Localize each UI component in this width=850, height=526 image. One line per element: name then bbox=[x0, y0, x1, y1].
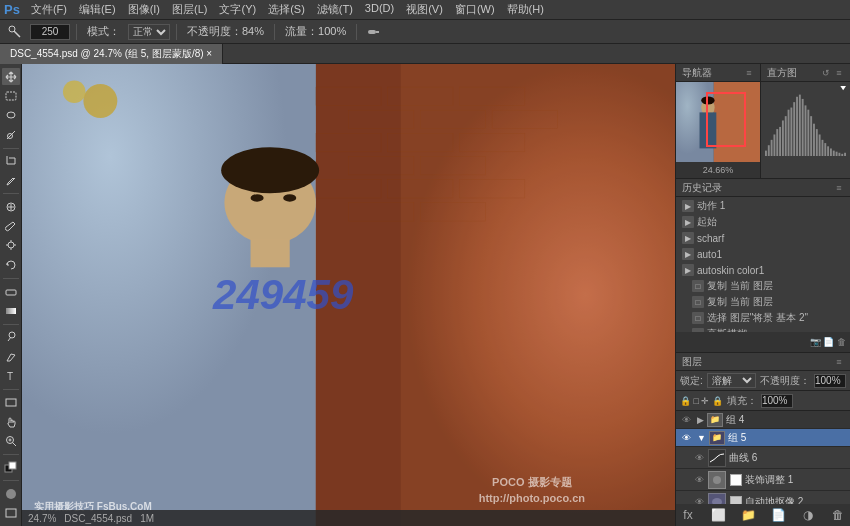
screen-mode[interactable] bbox=[2, 505, 20, 522]
text-tool[interactable]: T bbox=[2, 367, 20, 384]
tab-close[interactable]: × bbox=[206, 48, 212, 59]
group5-collapse-icon[interactable]: ▼ bbox=[697, 433, 706, 443]
svg-line-21 bbox=[8, 337, 11, 341]
layers-actions-bar: fx ⬜ 📁 📄 ◑ 🗑 bbox=[676, 504, 850, 526]
heal-tool[interactable] bbox=[2, 198, 20, 215]
eyedropper-tool[interactable] bbox=[2, 172, 20, 189]
create-group-btn[interactable]: 📁 bbox=[740, 507, 756, 523]
create-adj-btn[interactable]: ◑ bbox=[800, 507, 816, 523]
watermark-2: POCO 摄影专题 http://photo.poco.cn bbox=[479, 475, 585, 506]
shape-tool[interactable] bbox=[2, 394, 20, 411]
tool-sep-3 bbox=[3, 278, 19, 279]
create-layer-btn[interactable]: 📄 bbox=[770, 507, 786, 523]
hand-tool[interactable] bbox=[2, 413, 20, 430]
dodge-tool[interactable] bbox=[2, 329, 20, 346]
canvas-area[interactable]: 249459 实用摄影技巧 FsBus.CoM POCO 摄影专题 http:/… bbox=[22, 64, 675, 526]
move-tool[interactable] bbox=[2, 68, 20, 85]
group4-collapse-icon[interactable]: ▶ bbox=[697, 415, 704, 425]
navigator-menu-icon[interactable]: ≡ bbox=[744, 68, 754, 78]
airbrush-btn[interactable] bbox=[363, 25, 383, 39]
menu-window[interactable]: 窗口(W) bbox=[450, 2, 500, 17]
layer-vis-adj1[interactable]: 👁 bbox=[693, 474, 705, 486]
history-item-4[interactable]: ▶ autoskin color1 bbox=[676, 262, 850, 278]
menu-3d[interactable]: 3D(D) bbox=[360, 2, 399, 17]
history-header: 历史记录 ≡ bbox=[676, 179, 850, 197]
layer-label-autocut2: 自动地抠像 2 bbox=[745, 495, 846, 505]
magic-wand-tool[interactable] bbox=[2, 126, 20, 143]
svg-rect-87 bbox=[833, 151, 835, 156]
menu-layer[interactable]: 图层(L) bbox=[167, 2, 212, 17]
layer-vis-curves6[interactable]: 👁 bbox=[693, 452, 705, 464]
layer-adjustment1[interactable]: 👁 装饰调整 1 bbox=[676, 469, 850, 491]
history-item-2[interactable]: ▶ scharf bbox=[676, 230, 850, 246]
menu-select[interactable]: 选择(S) bbox=[263, 2, 310, 17]
lock-icons: 🔒 □ ✛ 🔒 bbox=[680, 396, 723, 406]
gradient-tool[interactable] bbox=[2, 302, 20, 319]
history-icon-3: ▶ bbox=[682, 248, 694, 260]
history-item-7[interactable]: □ 选择 图层"将景 基本 2" bbox=[676, 310, 850, 326]
layer-curves6[interactable]: 👁 曲线 6 bbox=[676, 447, 850, 469]
history-item-3[interactable]: ▶ auto1 bbox=[676, 246, 850, 262]
history-item-0[interactable]: ▶ 动作 1 bbox=[676, 198, 850, 214]
menu-view[interactable]: 视图(V) bbox=[401, 2, 448, 17]
layer-group-5[interactable]: 👁 ▼ 📁 组 5 bbox=[676, 429, 850, 447]
svg-rect-83 bbox=[822, 140, 824, 156]
navigator-zoom: 24.66% bbox=[676, 162, 760, 178]
eraser-tool[interactable] bbox=[2, 283, 20, 300]
fill-input[interactable] bbox=[761, 394, 793, 408]
layer-mask-adj1 bbox=[730, 474, 742, 486]
history-item-5[interactable]: □ 复制 当前 图层 bbox=[676, 278, 850, 294]
history-create-from-btn[interactable]: 📄 bbox=[823, 337, 833, 347]
menu-items: 文件(F) 编辑(E) 图像(I) 图层(L) 文字(Y) 选择(S) 滤镜(T… bbox=[26, 2, 549, 17]
pen-tool[interactable] bbox=[2, 348, 20, 365]
layer-vis-autocut2[interactable]: 👁 bbox=[693, 496, 705, 505]
history-new-snapshot-btn[interactable]: 📷 bbox=[810, 337, 820, 347]
brush-tool[interactable] bbox=[2, 218, 20, 235]
history-brush-tool[interactable] bbox=[2, 256, 20, 273]
menu-image[interactable]: 图像(I) bbox=[123, 2, 165, 17]
svg-rect-69 bbox=[782, 120, 784, 156]
blend-mode-select[interactable]: 正常 bbox=[128, 24, 170, 40]
layers-menu-icon[interactable]: ≡ bbox=[834, 357, 844, 367]
navigator-title: 导航器 bbox=[682, 66, 712, 80]
brush-tool-btn[interactable] bbox=[4, 24, 26, 40]
layer-group-4[interactable]: 👁 ▶ 📁 组 4 bbox=[676, 411, 850, 429]
opacity-input[interactable] bbox=[814, 374, 846, 388]
svg-rect-29 bbox=[9, 462, 16, 469]
document-tab[interactable]: DSC_4554.psd @ 24.7% (组 5, 图层蒙版/8) × bbox=[0, 44, 223, 64]
menu-filter[interactable]: 滤镜(T) bbox=[312, 2, 358, 17]
svg-rect-71 bbox=[788, 110, 790, 156]
histogram-refresh-icon[interactable]: ↺ bbox=[821, 68, 831, 78]
history-item-6[interactable]: □ 复制 当前 图层 bbox=[676, 294, 850, 310]
layer-vis-group5[interactable]: 👁 bbox=[680, 432, 692, 444]
histogram-menu-icon[interactable]: ≡ bbox=[834, 68, 844, 78]
menu-help[interactable]: 帮助(H) bbox=[502, 2, 549, 17]
lasso-tool[interactable] bbox=[2, 107, 20, 124]
history-item-1[interactable]: ▶ 起始 bbox=[676, 214, 850, 230]
crop-tool[interactable] bbox=[2, 153, 20, 170]
layer-autocut2[interactable]: 👁 自动地抠像 2 bbox=[676, 491, 850, 504]
add-fx-btn[interactable]: fx bbox=[680, 507, 696, 523]
navigator-preview[interactable] bbox=[676, 82, 760, 162]
zoom-tool[interactable] bbox=[2, 432, 20, 449]
delete-layer-btn[interactable]: 🗑 bbox=[830, 507, 846, 523]
history-menu-icon[interactable]: ≡ bbox=[834, 183, 844, 193]
layer-group4-label: 组 4 bbox=[726, 413, 846, 427]
history-delete-btn[interactable]: 🗑 bbox=[836, 337, 846, 347]
clone-stamp-tool[interactable] bbox=[2, 237, 20, 254]
left-tools-panel: T bbox=[0, 64, 22, 526]
svg-rect-89 bbox=[838, 153, 840, 156]
menu-edit[interactable]: 编辑(E) bbox=[74, 2, 121, 17]
add-mask-btn[interactable]: ⬜ bbox=[710, 507, 726, 523]
layers-blend-select[interactable]: 溶解 正常 bbox=[707, 373, 756, 388]
fg-bg-color[interactable] bbox=[2, 459, 20, 476]
menu-file[interactable]: 文件(F) bbox=[26, 2, 72, 17]
svg-rect-86 bbox=[830, 148, 832, 156]
history-icon-6: □ bbox=[692, 296, 704, 308]
marquee-tool[interactable] bbox=[2, 87, 20, 104]
brush-size-input[interactable] bbox=[30, 24, 70, 40]
menu-text[interactable]: 文字(Y) bbox=[214, 2, 261, 17]
mask-mode[interactable] bbox=[2, 485, 20, 502]
layer-vis-group4[interactable]: 👁 bbox=[680, 414, 692, 426]
svg-rect-31 bbox=[6, 509, 16, 517]
